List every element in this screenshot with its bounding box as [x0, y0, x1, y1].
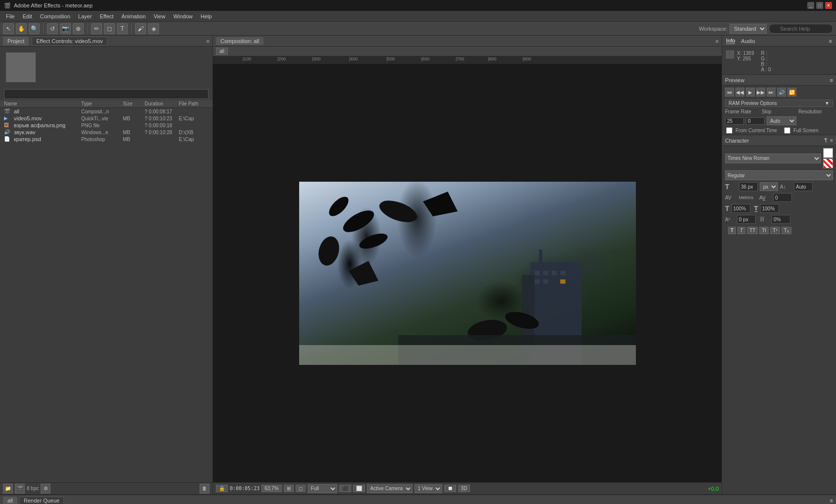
project-tab[interactable]: Project — [3, 37, 29, 46]
paragraph-tab[interactable]: ¶ — [825, 138, 827, 143]
project-settings-btn[interactable]: ⚙ — [41, 484, 51, 494]
character-menu-btn[interactable]: ≡ — [830, 138, 833, 143]
new-folder-btn[interactable]: 📁 — [3, 484, 13, 494]
minimize-button[interactable]: _ — [807, 2, 814, 9]
camera-tool[interactable]: 📷 — [60, 23, 71, 34]
panel-menu-btn[interactable]: ≡ — [207, 38, 209, 44]
bold-btn[interactable]: T — [728, 227, 736, 234]
maximize-button[interactable]: □ — [816, 2, 823, 9]
comp-all-btn[interactable]: all — [216, 48, 228, 55]
quality-select[interactable]: Full Half Quarter — [308, 484, 337, 493]
baseline-input[interactable] — [737, 215, 756, 224]
font-select[interactable]: Times New Roman — [725, 153, 821, 163]
step-back-btn[interactable]: ◀◀ — [735, 88, 744, 97]
caps-btn[interactable]: TT — [747, 227, 758, 234]
menu-help[interactable]: Help — [197, 12, 216, 20]
menu-edit[interactable]: Edit — [19, 12, 36, 20]
resolution-select[interactable]: Auto Full Half — [767, 116, 796, 125]
zoom-tool[interactable]: 🔍 — [29, 23, 40, 34]
timeline-tab-all[interactable]: all — [3, 497, 17, 504]
vert-scale-input[interactable] — [760, 204, 779, 213]
grid-btn[interactable]: ⊞ — [284, 485, 294, 492]
mask-tool[interactable]: ◻ — [104, 23, 115, 34]
super-btn[interactable]: T¹ — [770, 227, 780, 234]
menu-file[interactable]: File — [2, 12, 19, 20]
tracking-input[interactable] — [773, 193, 792, 202]
stamp-tool[interactable]: ◈ — [148, 23, 159, 34]
font-size-input[interactable] — [739, 182, 758, 191]
project-item[interactable]: 🖼 взрыв асфальта.png PNG file ? 0:00:00:… — [0, 122, 212, 129]
fill-color-swatch[interactable] — [823, 148, 833, 158]
mask-view-btn[interactable]: ◻ — [296, 485, 306, 492]
app-icon: 🎬 — [4, 2, 11, 9]
italic-btn[interactable]: T — [737, 227, 745, 234]
skip-input[interactable] — [746, 117, 765, 125]
preview-menu-btn[interactable]: ≡ — [830, 77, 833, 83]
style-select[interactable]: Regular — [725, 170, 833, 180]
menu-effect[interactable]: Effect — [96, 12, 117, 20]
pan-tool[interactable]: ⊕ — [73, 23, 84, 34]
menu-layer[interactable]: Layer — [74, 12, 96, 20]
transparency-btn[interactable]: ⬛ — [339, 485, 351, 492]
frame-rate-input[interactable] — [725, 117, 744, 125]
audio-btn[interactable]: 🔊 — [777, 88, 786, 97]
from-current-time-checkbox[interactable] — [726, 127, 732, 134]
rotate-tool[interactable]: ↺ — [47, 23, 58, 34]
timeline-menu-btn[interactable]: ≡ — [830, 498, 833, 504]
comp-panel-menu[interactable]: ≡ — [716, 38, 719, 44]
project-preview-area — [0, 47, 212, 88]
menu-composition[interactable]: Composition — [36, 12, 74, 20]
from-current-time-label: From Current Time — [735, 128, 777, 133]
workspace-select[interactable]: Standard — [730, 24, 767, 34]
info-panel-header: Info Audio ≡ — [722, 36, 836, 47]
3d-btn[interactable]: 3D — [458, 485, 470, 492]
small-caps-btn[interactable]: Tt — [759, 227, 769, 234]
effect-controls-tab[interactable]: Effect Controls: video5.mov — [32, 37, 107, 46]
view-select[interactable]: 1 View — [415, 484, 442, 493]
info-menu-btn[interactable]: ≡ — [829, 38, 832, 44]
loop-btn[interactable]: 🔁 — [787, 88, 796, 97]
close-button[interactable]: ✕ — [825, 2, 832, 9]
svg-point-15 — [315, 234, 342, 268]
full-screen-checkbox[interactable] — [784, 127, 790, 134]
camera-select[interactable]: Active Camera — [367, 484, 413, 493]
tsume-input[interactable] — [772, 215, 790, 224]
svg-point-12 — [325, 194, 351, 219]
stroke-color-swatch[interactable] — [823, 158, 833, 168]
character-title: Character — [725, 138, 825, 144]
new-comp-btn[interactable]: 🎬 — [15, 484, 25, 494]
audio-tab[interactable]: Audio — [741, 38, 755, 44]
project-item[interactable]: 📄 кратер.psd Photoshop MB E:\Cap — [0, 136, 212, 143]
delete-btn[interactable]: 🗑 — [200, 484, 209, 494]
size-unit-select[interactable]: px — [760, 182, 778, 191]
leading-input[interactable] — [794, 182, 813, 191]
pen-tool[interactable]: ✏ — [91, 23, 102, 34]
zoom-btn[interactable]: 63,7% — [261, 485, 281, 492]
origin-indicator: +0,0 — [708, 486, 719, 492]
menu-view[interactable]: View — [150, 12, 169, 20]
project-item[interactable]: ▶ video5.mov QuickTi...vie MB ? 0:00:10:… — [0, 115, 212, 122]
brush-tool[interactable]: 🖌 — [135, 23, 146, 34]
project-item[interactable]: 🔊 звук.wav Windows...e MB ? 0:00:10:28 D… — [0, 129, 212, 136]
timeline-tab-render[interactable]: Render Queue — [19, 497, 64, 504]
horiz-scale-input[interactable] — [732, 204, 750, 213]
info-tab[interactable]: Info — [726, 38, 735, 44]
play-pause-btn[interactable]: ▶ — [746, 88, 755, 97]
comp-tab[interactable]: Composition: all — [216, 37, 263, 45]
hand-tool[interactable]: ✋ — [16, 23, 27, 34]
project-item[interactable]: 🎬 all Composit...n ? 0:00:08:17 — [0, 108, 212, 115]
project-search-input[interactable] — [4, 89, 209, 99]
ram-preview-dropdown[interactable]: RAM Preview Options ▼ — [725, 100, 833, 107]
always-preview-btn[interactable]: 🔒 — [216, 485, 228, 492]
sub-btn[interactable]: T₁ — [782, 227, 791, 234]
snap-btn[interactable]: 🔲 — [444, 485, 456, 492]
step-forward-btn[interactable]: ▶▶ — [756, 88, 765, 97]
region-btn[interactable]: ⬜ — [353, 485, 365, 492]
menu-animation[interactable]: Animation — [117, 12, 150, 20]
menu-window[interactable]: Window — [169, 12, 197, 20]
search-input[interactable] — [769, 24, 833, 34]
skip-to-end-btn[interactable]: ⏭ — [767, 88, 776, 97]
skip-to-start-btn[interactable]: ⏮ — [725, 88, 734, 97]
text-tool[interactable]: T — [117, 23, 128, 34]
select-tool[interactable]: ↖ — [3, 23, 14, 34]
